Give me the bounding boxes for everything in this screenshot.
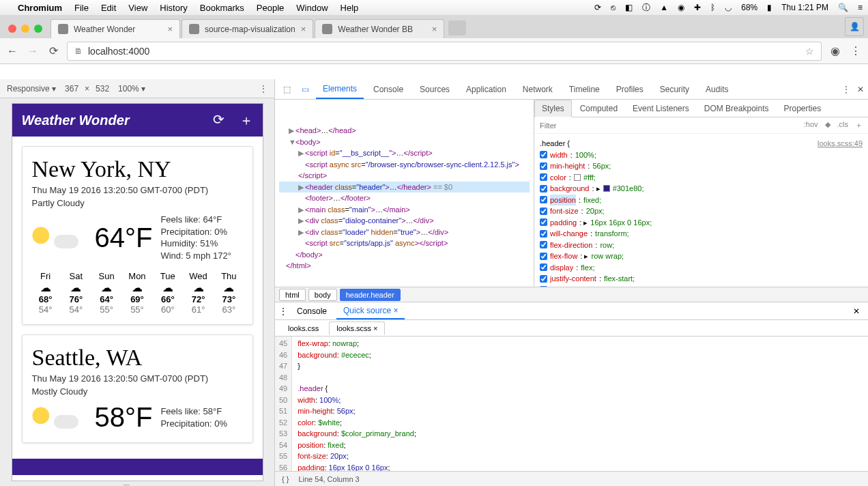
drawer-tab[interactable]: Console (290, 304, 334, 319)
file-tab[interactable]: looks.css (280, 321, 326, 335)
bookmark-star-icon[interactable]: ☆ (805, 46, 814, 57)
styles-tab[interactable]: DOM Breakpoints (697, 100, 776, 117)
window-close-button[interactable] (8, 25, 16, 33)
devtools-close-button[interactable]: ✕ (857, 85, 864, 94)
dom-node[interactable]: <script async src="/browser-sync/browser… (279, 159, 530, 182)
status-icon[interactable]: ⓘ (642, 2, 650, 14)
code-line[interactable] (298, 372, 488, 384)
styles-tab[interactable]: Computed (573, 100, 624, 117)
drawer-close-button[interactable]: ✕ (849, 306, 864, 316)
css-toggle-checkbox[interactable] (540, 162, 547, 170)
status-icon[interactable]: ▲ (660, 3, 668, 12)
styles-tab[interactable]: Styles (534, 100, 572, 117)
notification-center-icon[interactable]: ≡ (858, 3, 863, 12)
css-declaration[interactable]: min-height: 56px; (540, 160, 863, 172)
site-info-icon[interactable]: 🗎 (74, 46, 83, 56)
code-line[interactable]: background: #ececec; (298, 349, 488, 361)
browser-tab[interactable]: Weather Wonder BB × (315, 19, 444, 38)
new-rule-button[interactable]: ＋ (855, 120, 863, 130)
breadcrumb-item[interactable]: body (308, 289, 337, 301)
css-toggle-checkbox[interactable] (540, 241, 547, 248)
add-icon[interactable]: ＋ (240, 111, 253, 130)
browser-tab[interactable]: Weather Wonder × (50, 19, 180, 38)
css-toggle-checkbox[interactable] (540, 185, 547, 192)
devtools-panel-tab[interactable]: Timeline (562, 81, 607, 98)
dom-node[interactable]: ▼<body> (279, 137, 530, 148)
css-declaration[interactable]: flex-flow: ▸ row wrap; (540, 251, 863, 262)
devtools-panel-tab[interactable]: Elements (316, 80, 364, 99)
dom-node[interactable]: ▶<main class="main">…</main> (279, 204, 530, 216)
device-dropdown[interactable]: Responsive ▾ (7, 84, 56, 94)
new-tab-button[interactable] (448, 20, 466, 35)
dom-node[interactable]: ▶<head>…</head> (279, 125, 530, 137)
css-declaration[interactable]: background: ▸ #301e80; (540, 183, 863, 195)
chrome-menu-button[interactable]: ⋮ (849, 44, 863, 57)
code-line[interactable]: } (298, 360, 488, 372)
devtools-panel-tab[interactable]: Application (459, 81, 513, 98)
css-toggle-checkbox[interactable] (540, 275, 547, 283)
device-height-input[interactable]: 532 (92, 84, 113, 94)
drawer-tab[interactable]: Quick source × (336, 303, 405, 319)
css-declaration[interactable]: flex-direction: row; (540, 240, 863, 251)
file-tab[interactable]: looks.scss × (329, 321, 385, 335)
profile-button[interactable]: 👤 (845, 17, 864, 36)
breadcrumb-item[interactable]: html (279, 289, 306, 301)
code-line[interactable]: min-height: 56px; (298, 405, 488, 417)
device-width-input[interactable]: 367 (61, 84, 82, 94)
line-number[interactable]: 46 (279, 349, 287, 361)
status-icon[interactable]: ✚ (694, 3, 701, 12)
breadcrumb-item[interactable]: header.header (340, 289, 401, 301)
styles-tab[interactable]: Event Listeners (626, 100, 696, 117)
omnibox[interactable]: 🗎 localhost:4000 ☆ (67, 42, 822, 61)
code-line[interactable]: color: $white; (298, 417, 488, 429)
menu-item[interactable]: Help (341, 3, 359, 13)
menu-item[interactable]: Window (296, 3, 328, 13)
device-options-button[interactable]: ⋮ (259, 84, 267, 94)
menu-item[interactable]: Bookmarks (200, 3, 244, 13)
dom-node[interactable]: ▶<div class="dialog-container">…</div> (279, 215, 530, 227)
dom-node[interactable]: ▶<script id="__bs_script__">…</script> (279, 147, 530, 159)
dom-node[interactable] (279, 102, 530, 114)
tab-close-icon[interactable]: × (167, 24, 173, 34)
status-icon[interactable]: ◧ (625, 3, 633, 12)
line-number[interactable]: 47 (279, 360, 287, 372)
styles-tab[interactable]: Properties (777, 100, 828, 117)
line-number[interactable]: 54 (279, 440, 287, 451)
color-format-icon[interactable]: ◆ (825, 120, 830, 130)
line-number[interactable]: 56 (279, 462, 287, 472)
devtools-panel-tab[interactable]: Console (366, 81, 410, 98)
code-line[interactable]: padding: 16px 16px 0 16px; (298, 462, 488, 472)
code-line[interactable]: font-size: 20px; (298, 451, 488, 462)
bluetooth-icon[interactable]: ᛒ (710, 3, 715, 12)
line-number[interactable]: 55 (279, 451, 287, 462)
menu-item[interactable]: History (160, 3, 187, 13)
dom-node[interactable]: </html> (279, 260, 530, 272)
css-toggle-checkbox[interactable] (540, 196, 547, 203)
source-link[interactable]: looks.scss:49 (818, 138, 863, 149)
devtools-panel-tab[interactable]: Security (653, 81, 696, 98)
wifi-icon[interactable]: ◡ (725, 3, 732, 12)
dom-node[interactable]: ▶<div class="loader" hidden="true">…</di… (279, 227, 530, 238)
zoom-dropdown[interactable]: 100% ▾ (118, 84, 145, 94)
line-number[interactable]: 51 (279, 405, 287, 417)
css-toggle-checkbox[interactable] (540, 218, 547, 226)
css-rules[interactable]: looks.scss:49 .header { width: 100%; min… (534, 134, 868, 287)
css-toggle-checkbox[interactable] (540, 208, 547, 215)
dom-node[interactable]: <footer>…</footer> (279, 192, 530, 204)
dom-node[interactable]: </body> (279, 249, 530, 261)
menu-item[interactable]: File (74, 3, 89, 13)
inspect-element-button[interactable]: ⬚ (279, 82, 295, 97)
tab-close-icon[interactable]: × (432, 24, 437, 34)
css-declaration[interactable]: position: fixed; (540, 195, 863, 206)
dom-node[interactable]: <script src="scripts/app.js" async></scr… (279, 238, 530, 249)
css-declaration[interactable]: justify-content: flex-start; (540, 273, 863, 285)
status-icon[interactable]: ◉ (678, 3, 684, 12)
page-preview[interactable]: Weather Wonder ⟳ ＋ New York, NY Thu May … (12, 104, 263, 481)
tab-close-icon[interactable]: × (301, 24, 306, 34)
status-icon[interactable]: ⎋ (611, 3, 616, 12)
css-declaration[interactable]: color: #fff; (540, 172, 863, 184)
hov-toggle[interactable]: :hov (804, 120, 818, 130)
css-toggle-checkbox[interactable] (540, 151, 547, 158)
line-number[interactable]: 49 (279, 383, 287, 395)
devtools-menu-button[interactable]: ⋮ (842, 85, 850, 94)
